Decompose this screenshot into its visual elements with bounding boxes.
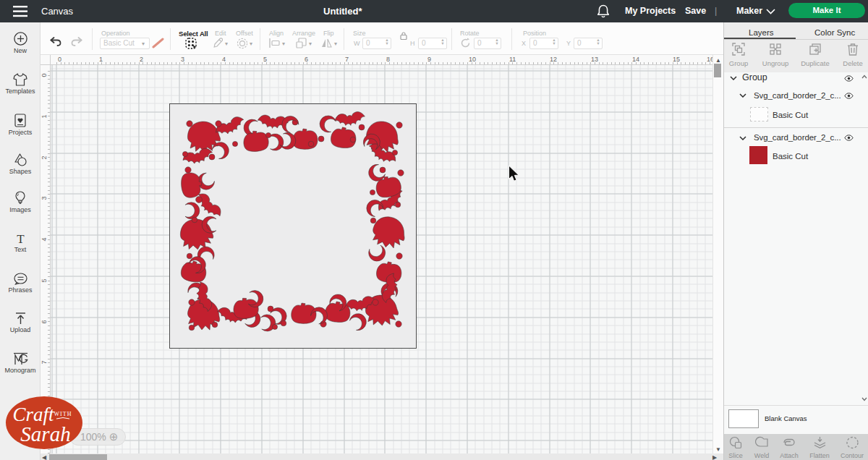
svg-text:Sarah: Sarah [20, 422, 70, 446]
svg-text:T: T [17, 233, 25, 244]
svg-text:WITH: WITH [54, 411, 72, 417]
